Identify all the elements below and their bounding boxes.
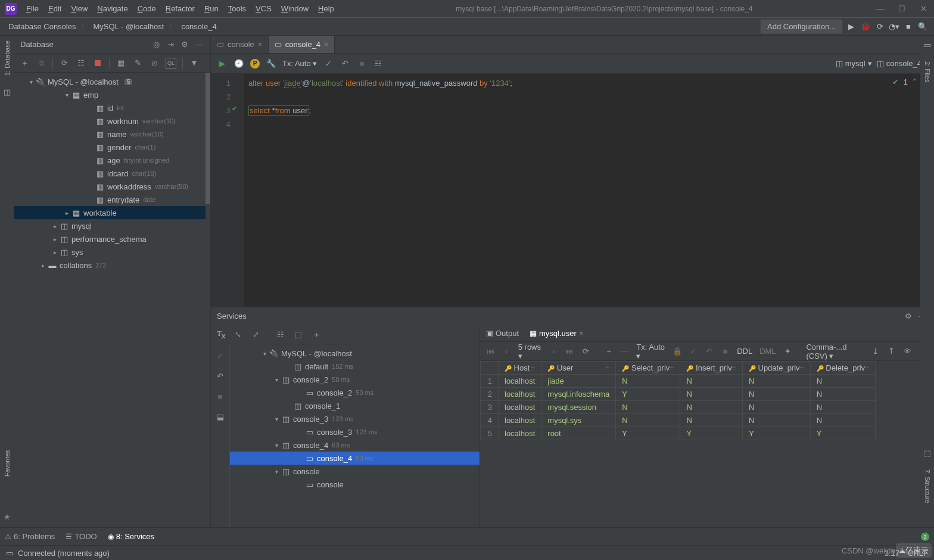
expand-icon[interactable]: ⤡: [232, 329, 243, 340]
maximize-button[interactable]: ☐: [891, 4, 913, 13]
rollback-icon[interactable]: ↶: [340, 58, 350, 69]
upload-icon[interactable]: ⤒: [887, 346, 896, 357]
dml-button[interactable]: DML: [759, 347, 776, 356]
download-icon[interactable]: ⤓: [871, 346, 880, 357]
database-tree[interactable]: ▾🔌MySQL - @localhost5▾▦emp▥idint▥worknum…: [14, 73, 210, 527]
datasource-icon[interactable]: ◫: [4, 88, 11, 97]
ql-icon[interactable]: QL: [166, 58, 176, 69]
last-page-icon[interactable]: ⏭: [565, 346, 574, 357]
notification-badge[interactable]: 2: [921, 533, 929, 541]
column-header[interactable]: 🔑 User ÷: [541, 362, 616, 375]
service-item-default[interactable]: ◫default152 ms: [230, 360, 480, 373]
lock-icon[interactable]: 🔒: [673, 346, 682, 357]
tree-item-collations[interactable]: ▸▬collations272: [14, 259, 210, 272]
services-tree[interactable]: ▾🔌MySQL - @localhost◫default152 ms▾◫cons…: [230, 344, 480, 527]
event-log-icon[interactable]: ▭: [6, 549, 13, 558]
datasource-select[interactable]: ◫ mysql ▾: [836, 59, 872, 68]
tree-item-age[interactable]: ▥agetinyint unsigned: [14, 154, 210, 167]
column-header[interactable]: 🔑 Insert_priv ÷: [680, 362, 742, 375]
menu-window[interactable]: Window: [276, 4, 313, 13]
compare-icon[interactable]: ⬓: [215, 411, 226, 422]
close-button[interactable]: ✕: [913, 4, 934, 13]
tx-mode[interactable]: Tx: Auto ▾: [636, 343, 665, 360]
commit-icon[interactable]: ✓: [689, 346, 698, 357]
breadcrumb-item[interactable]: MySQL - @localhost: [91, 22, 166, 31]
profile-icon[interactable]: ◔▾: [889, 21, 899, 32]
menu-file[interactable]: File: [21, 4, 43, 13]
add-configuration-button[interactable]: Add Configuration...: [761, 20, 842, 33]
tx-icon[interactable]: Tx: [217, 329, 225, 340]
first-page-icon[interactable]: ⏮: [486, 346, 495, 357]
remove-row-icon[interactable]: —: [621, 346, 630, 357]
breadcrumb-item[interactable]: console_4: [179, 22, 219, 31]
settings-icon[interactable]: ⚙: [903, 311, 914, 322]
menu-tools[interactable]: Tools: [223, 4, 251, 13]
edit-icon[interactable]: ✎: [132, 58, 143, 69]
tree-item-idcard[interactable]: ▥idcardchar(18): [14, 167, 210, 180]
menu-run[interactable]: Run: [200, 4, 223, 13]
menu-vcs[interactable]: VCS: [251, 4, 276, 13]
sync-icon[interactable]: ☷: [76, 58, 86, 69]
table-row[interactable]: 5localhostrootYYYY: [481, 427, 876, 440]
stop-icon[interactable]: [92, 58, 103, 69]
close-icon[interactable]: ×: [324, 41, 328, 49]
explain-icon[interactable]: P: [250, 59, 260, 69]
add-icon[interactable]: ＋: [19, 58, 30, 69]
files-tool-button[interactable]: 2: Files: [924, 61, 931, 82]
collapse-icon[interactable]: ⇥: [165, 39, 176, 50]
todo-tab[interactable]: ☰ TODO: [66, 532, 96, 541]
close-icon[interactable]: ×: [258, 41, 262, 49]
structure-icon[interactable]: ⬚: [924, 449, 931, 458]
tree-item-name[interactable]: ▥namevarchar(10): [14, 127, 210, 141]
export-format-select[interactable]: Comma-...d (CSV) ▾: [806, 343, 864, 360]
ddl-button[interactable]: DDL: [737, 347, 752, 356]
column-header[interactable]: 🔑 Host ÷: [499, 362, 541, 375]
filter-icon[interactable]: ▼: [189, 58, 200, 69]
tree-item-id[interactable]: ▥idint: [14, 101, 210, 114]
tree-item-emp[interactable]: ▾▦emp: [14, 88, 210, 101]
target-icon[interactable]: ◎: [151, 39, 161, 50]
undo-icon[interactable]: ↶: [215, 371, 226, 381]
menu-refactor[interactable]: Refactor: [161, 4, 200, 13]
next-page-icon[interactable]: ›: [549, 346, 558, 357]
group-icon[interactable]: ☷: [275, 329, 286, 340]
coverage-icon[interactable]: ⟳: [874, 21, 885, 32]
search-icon[interactable]: 🔍: [917, 21, 928, 32]
table-row[interactable]: 1localhostjiadeNNNN: [481, 375, 876, 388]
menu-edit[interactable]: Edit: [43, 4, 66, 13]
debug-icon[interactable]: 🐞: [860, 21, 871, 32]
service-item-console[interactable]: ▭console: [230, 478, 480, 491]
result-grid[interactable]: 🔑 Host ÷🔑 User ÷🔑 Select_priv ÷🔑 Insert_…: [480, 361, 934, 527]
column-header[interactable]: 🔑 Delete_priv ÷: [810, 362, 876, 375]
tree-item-worknum[interactable]: ▥worknumvarchar(10): [14, 114, 210, 127]
view-icon[interactable]: ☷: [373, 58, 384, 69]
structure-tool-button[interactable]: 7: Structure: [924, 469, 931, 503]
tab-console_4[interactable]: ▭console_4×: [269, 36, 335, 53]
tree-item-mysql[interactable]: ▸◫mysql: [14, 219, 210, 232]
menu-navigate[interactable]: Navigate: [92, 4, 132, 13]
close-icon[interactable]: ×: [579, 329, 584, 338]
column-header[interactable]: 🔑 Select_priv ÷: [616, 362, 680, 375]
service-item-console_2[interactable]: ▾◫console_250 ms: [230, 373, 480, 386]
history-icon[interactable]: 🕘: [234, 58, 244, 69]
tree-item-gender[interactable]: ▥genderchar(1): [14, 141, 210, 154]
result-tab-output[interactable]: ▣ Output: [486, 329, 519, 338]
hide-icon[interactable]: —: [194, 39, 204, 50]
breadcrumb-item[interactable]: Database Consoles: [6, 22, 78, 31]
commit-icon[interactable]: ✓: [323, 58, 334, 69]
database-tool-button[interactable]: 1: Database: [4, 41, 11, 76]
tree-item-mysql-localhost[interactable]: ▾🔌MySQL - @localhost5: [14, 75, 210, 88]
service-item-console_4[interactable]: ▭console_463 ms: [230, 452, 480, 465]
table-row[interactable]: 3localhostmysql.sessionNNNN: [481, 401, 876, 414]
service-item-console_3[interactable]: ▭console_3123 ms: [230, 425, 480, 438]
compare-icon[interactable]: ✦: [783, 346, 792, 357]
menu-code[interactable]: Code: [133, 4, 161, 13]
menu-help[interactable]: Help: [313, 4, 339, 13]
favorites-tool-button[interactable]: Favorites: [4, 450, 11, 477]
service-item-console_2[interactable]: ▭console_250 ms: [230, 386, 480, 399]
problems-tab[interactable]: ⚠ 6: Problems: [5, 532, 55, 541]
add-service-icon[interactable]: ＋: [311, 329, 322, 340]
reload-icon[interactable]: ⟳: [581, 346, 590, 357]
stop-icon[interactable]: ■: [215, 391, 226, 402]
tree-item-entrydate[interactable]: ▥entrydatedate: [14, 193, 210, 206]
